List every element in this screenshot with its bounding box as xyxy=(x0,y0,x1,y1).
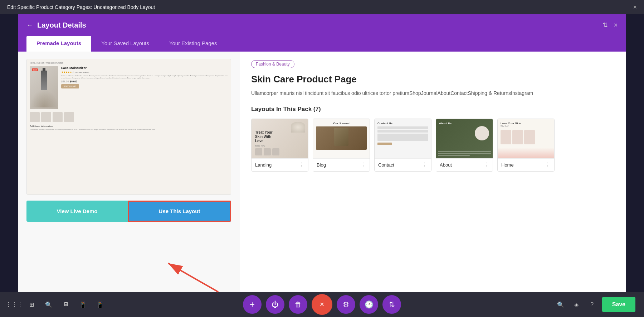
preview-panel: HOME / FASHION / FACE MOISTURIZER Sale! … xyxy=(18,52,240,317)
layout-card-landing-menu[interactable]: ⋮ xyxy=(299,162,304,168)
delete-button[interactable]: 🗑 xyxy=(289,295,307,314)
category-badge: Fashion & Beauty xyxy=(251,60,294,68)
desktop-icon[interactable]: 🖥 xyxy=(60,299,72,310)
mock-add-to-cart: ADD TO CART xyxy=(61,84,79,88)
mobile-icon[interactable]: 📱 xyxy=(94,299,106,310)
layout-card-contact[interactable]: Contact Us Contact ⋮ xyxy=(374,119,431,172)
history-button[interactable]: 🕐 xyxy=(360,295,378,314)
mock-product-title: Face Moisturizer xyxy=(61,66,228,70)
title-bar-close-button[interactable]: × xyxy=(633,4,637,11)
layout-card-landing-image: Treat YourSkin WithLove Shop Now xyxy=(252,119,308,158)
layout-card-landing-name: Landing xyxy=(255,162,272,168)
card2-photo xyxy=(316,126,367,150)
layouts-pack-title: Layouts In This Pack (7) xyxy=(251,106,615,113)
layouts-grid: Treat YourSkin WithLove Shop Now Landing xyxy=(251,119,615,172)
layout-card-contact-footer: Contact ⋮ xyxy=(375,158,431,171)
mock-stars: ★★★★★ (3 customer reviews) xyxy=(61,71,228,74)
tabs-container: Premade Layouts Your Saved Layouts Your … xyxy=(18,36,626,52)
mock-breadcrumb: HOME / FASHION / FACE MOISTURIZER xyxy=(30,62,228,64)
mock-product-image: Sale! xyxy=(30,66,58,109)
toolbar-center: + ⏻ 🗑 × ⚙ 🕐 ⇅ xyxy=(243,294,401,315)
sort-icon[interactable]: ⇅ xyxy=(602,21,608,29)
layout-card-blog-footer: Blog ⋮ xyxy=(313,158,370,171)
close-center-button[interactable]: × xyxy=(312,294,332,315)
mock-product-details: Face Moisturizer ★★★★★ (3 customer revie… xyxy=(61,66,228,109)
layout-card-landing-footer: Landing ⋮ xyxy=(252,158,308,171)
modal-header-title: Layout Details xyxy=(37,21,86,29)
help-icon[interactable]: ? xyxy=(586,299,598,310)
modal-header-right: ⇅ × xyxy=(602,21,618,29)
layout-card-contact-image: Contact Us xyxy=(375,119,431,158)
save-button[interactable]: Save xyxy=(602,297,635,312)
info-panel: Fashion & Beauty Skin Care Product Page … xyxy=(240,52,626,317)
preview-image: HOME / FASHION / FACE MOISTURIZER Sale! … xyxy=(26,59,231,195)
mock-additional-text: Lorem eu nisl massa dui faucibus enim ve… xyxy=(30,129,228,131)
layout-card-about-menu[interactable]: ⋮ xyxy=(483,162,489,168)
title-bar-text: Edit Specific Product Category Pages: Un… xyxy=(7,4,155,10)
card4-circle-shape xyxy=(475,126,489,140)
use-this-layout-button[interactable]: Use This Layout xyxy=(128,201,231,222)
toolbar-search-icon[interactable]: 🔍 xyxy=(555,299,566,310)
hamburger-icon[interactable]: ⋮⋮⋮ xyxy=(9,299,20,310)
layout-card-blog-name: Blog xyxy=(317,162,326,168)
tab-existing-pages[interactable]: Your Existing Pages xyxy=(159,36,227,52)
mock-thumb-3 xyxy=(53,112,63,122)
layout-card-about-image: About Us xyxy=(436,119,493,158)
bottom-toolbar: ⋮⋮⋮ ⊞ 🔍 🖥 📱 📱 + ⏻ 🗑 × ⚙ 🕐 ⇅ 🔍 ◈ ? Save xyxy=(0,292,644,317)
grid-icon[interactable]: ⊞ xyxy=(26,299,37,310)
tab-saved-layouts[interactable]: Your Saved Layouts xyxy=(91,36,159,52)
mock-bottle-shape xyxy=(41,71,47,90)
layout-card-home-footer: Home ⋮ xyxy=(498,158,554,171)
mock-description: Lorem eu nisl massa dui faucibus enim ve… xyxy=(61,75,228,79)
red-arrow-indicator xyxy=(161,260,225,296)
layers-icon[interactable]: ◈ xyxy=(571,299,582,310)
tablet-icon[interactable]: 📱 xyxy=(77,299,89,310)
layout-card-about-name: About xyxy=(440,162,452,168)
mock-content: Sale! Face Moisturizer ★★★★★ (3 customer… xyxy=(30,66,228,109)
toolbar-left: ⋮⋮⋮ ⊞ 🔍 🖥 📱 📱 xyxy=(9,299,106,310)
layout-card-about-footer: About ⋮ xyxy=(436,158,493,171)
layout-card-about[interactable]: About Us About ⋮ xyxy=(436,119,493,172)
mock-thumb-1 xyxy=(30,112,40,122)
adjust-button[interactable]: ⇅ xyxy=(382,295,401,314)
mock-additional-info: Additional Information xyxy=(30,125,228,127)
card1-hat-shape xyxy=(291,122,305,133)
mock-page: HOME / FASHION / FACE MOISTURIZER Sale! … xyxy=(27,59,231,194)
mock-thumb-2 xyxy=(41,112,51,122)
tab-premade-layouts[interactable]: Premade Layouts xyxy=(26,36,91,52)
svg-line-1 xyxy=(168,263,218,292)
modal-header-left: ← Layout Details xyxy=(26,21,86,29)
layout-card-contact-menu[interactable]: ⋮ xyxy=(422,162,428,168)
content-area: HOME / FASHION / FACE MOISTURIZER Sale! … xyxy=(18,52,626,317)
power-button[interactable]: ⏻ xyxy=(266,295,284,314)
modal-close-icon[interactable]: × xyxy=(614,21,618,29)
layout-card-contact-name: Contact xyxy=(378,162,394,168)
mock-tree-shape xyxy=(30,90,58,107)
layout-card-blog-image: Our Journal xyxy=(313,119,370,158)
mock-thumb-4 xyxy=(64,112,74,122)
search-icon[interactable]: 🔍 xyxy=(43,299,54,310)
add-button[interactable]: + xyxy=(243,295,262,314)
layout-card-home-menu[interactable]: ⋮ xyxy=(545,162,551,168)
settings-button[interactable]: ⚙ xyxy=(337,295,355,314)
view-live-demo-button[interactable]: View Live Demo xyxy=(26,201,128,222)
title-bar: Edit Specific Product Category Pages: Un… xyxy=(0,0,644,14)
layout-card-home-name: Home xyxy=(501,162,514,168)
layout-title: Skin Care Product Page xyxy=(251,74,615,85)
back-icon[interactable]: ← xyxy=(26,21,33,29)
mock-thumbnails xyxy=(30,112,228,122)
layout-description: Ullamcorper mauris nisl tincidunt sit fa… xyxy=(251,89,615,97)
layout-card-blog[interactable]: Our Journal Blog ⋮ xyxy=(313,119,370,172)
action-buttons: View Live Demo Use This Layout xyxy=(26,201,231,222)
modal-container: ← Layout Details ⇅ × Premade Layouts You… xyxy=(18,14,626,317)
layout-card-home-image: Love Your Skin Why Divi? xyxy=(498,119,554,158)
mock-sale-badge: Sale! xyxy=(32,68,38,71)
toolbar-right: 🔍 ◈ ? Save xyxy=(555,297,635,312)
layout-card-landing[interactable]: Treat YourSkin WithLove Shop Now Landing xyxy=(251,119,308,172)
modal-header: ← Layout Details ⇅ × xyxy=(18,14,626,36)
mock-price: $48.00 $40.00 xyxy=(61,80,228,83)
layout-card-blog-menu[interactable]: ⋮ xyxy=(360,162,366,168)
layout-card-home[interactable]: Love Your Skin Why Divi? Home ⋮ xyxy=(497,119,555,172)
